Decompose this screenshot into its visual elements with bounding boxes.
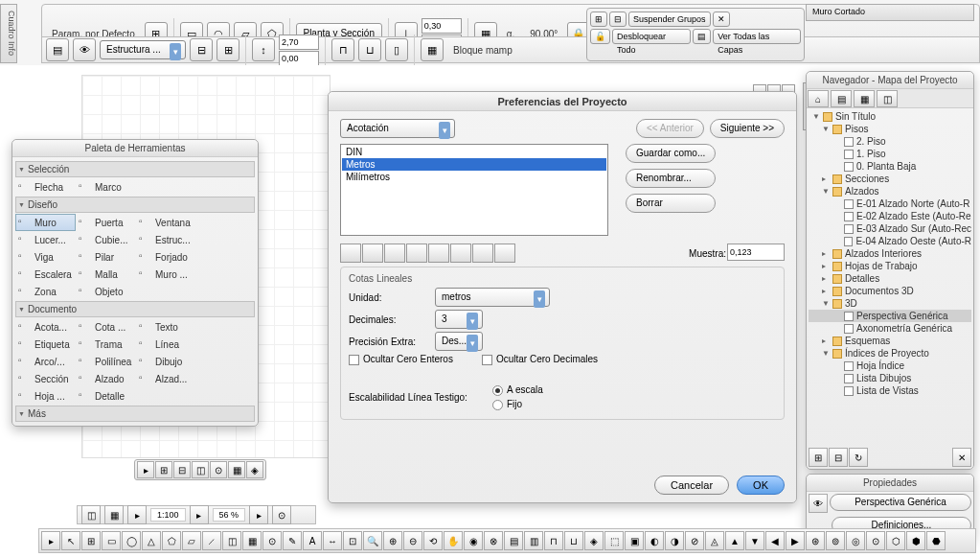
tool-puerta[interactable]: ▫Puerta — [76, 214, 136, 231]
toolbar-icon[interactable]: ↖ — [61, 531, 80, 550]
tree-item[interactable]: E-03 Alzado Sur (Auto-Rec — [809, 222, 971, 235]
icon-1[interactable]: ⊟ — [190, 38, 213, 61]
toolbar-icon[interactable]: ⬣ — [926, 531, 946, 550]
tool-ventana[interactable]: ▫Ventana — [136, 214, 196, 231]
ft-icon[interactable]: ⊟ — [173, 461, 191, 478]
tree-item[interactable]: ▸Secciones — [809, 173, 971, 185]
ft-icon[interactable]: ◫ — [192, 461, 209, 478]
tool-secci-n[interactable]: ▫Sección — [15, 370, 76, 387]
toolbar-icon[interactable]: ◎ — [846, 531, 865, 550]
toolbar-icon[interactable]: ⟲ — [423, 531, 443, 550]
perspective-button[interactable]: Perspectiva Genérica — [830, 494, 971, 511]
nav-tab-1[interactable]: ⌂ — [808, 90, 829, 107]
toolbar-icon[interactable]: ▲ — [725, 531, 744, 550]
tree-item[interactable]: 0. Planta Baja — [809, 160, 971, 173]
toolbar-icon[interactable]: ⊞ — [81, 531, 101, 550]
section-diseno[interactable]: Diseño — [15, 197, 255, 213]
tree-item[interactable]: ▼Pisos — [809, 123, 971, 135]
tool-alzad-[interactable]: ▫Alzad... — [136, 370, 196, 387]
section-mas[interactable]: Más — [15, 406, 255, 422]
ok-button[interactable]: OK — [737, 476, 785, 495]
tool-etiqueta[interactable]: ▫Etiqueta — [15, 336, 76, 353]
tree-item[interactable]: Perspectiva Genérica — [809, 310, 971, 322]
nav-action-icon[interactable]: ↻ — [849, 448, 868, 467]
chevron-icon[interactable]: ▸ — [127, 505, 147, 524]
scale-radio-1[interactable] — [492, 385, 503, 396]
toolbar-icon[interactable]: ⬠ — [162, 531, 181, 550]
toolbar-icon[interactable]: ⊛ — [806, 531, 825, 550]
toolbar-icon[interactable]: △ — [142, 531, 161, 550]
toolbar-icon[interactable]: ▦ — [242, 531, 262, 550]
tool-cota-[interactable]: ▫Cota ... — [76, 318, 136, 336]
toolbar-icon[interactable]: ⊔ — [564, 531, 583, 550]
toggle-btn[interactable] — [406, 244, 427, 263]
toolbar-icon[interactable]: ⊘ — [685, 531, 704, 550]
tree-item[interactable]: ▸Documentos 3D — [809, 285, 971, 297]
ft-icon[interactable]: ◈ — [246, 461, 263, 478]
toolbar-icon[interactable]: ▭ — [102, 531, 121, 550]
tool-pilar[interactable]: ▫Pilar — [76, 248, 136, 266]
profile2-icon[interactable]: ⊔ — [358, 38, 381, 61]
toggle-btn[interactable] — [428, 244, 449, 263]
tool-hoja-[interactable]: ▫Hoja ... — [15, 387, 76, 405]
toggle-btn[interactable] — [450, 244, 471, 263]
x-icon[interactable]: ✕ — [713, 12, 730, 27]
toggle-btn[interactable] — [362, 244, 383, 263]
nav-action-icon[interactable]: ⊞ — [809, 448, 828, 467]
toolbar-icon[interactable]: ✋ — [444, 531, 463, 550]
profile3-icon[interactable]: ▯ — [385, 38, 408, 61]
props-icon[interactable]: 👁 — [809, 494, 828, 513]
toolbar-icon[interactable]: ▣ — [625, 531, 644, 550]
toolbar-icon[interactable]: 🔍 — [363, 531, 382, 550]
section-seleccion[interactable]: Selección — [15, 161, 255, 177]
toolbar-icon[interactable]: ◫ — [222, 531, 241, 550]
view-all-layers-button[interactable]: Ver Todas las Capas — [713, 29, 801, 44]
toolbar-icon[interactable]: ▤ — [504, 531, 523, 550]
nav-tab-3[interactable]: ▦ — [854, 90, 875, 107]
estructura-combo[interactable]: Estructura ... — [100, 40, 186, 59]
toolbar-icon[interactable]: ⊓ — [544, 531, 563, 550]
tree-item[interactable]: ▼3D — [809, 297, 971, 310]
ft-icon[interactable]: ⊞ — [155, 461, 172, 478]
tree-item[interactable]: E-01 Alzado Norte (Auto-R — [809, 197, 971, 210]
eye-icon[interactable]: 👁 — [73, 38, 96, 61]
tool-flecha[interactable]: ▫Flecha — [15, 178, 76, 196]
tree-root[interactable]: Sin Título — [835, 111, 876, 122]
hide-dec-checkbox[interactable] — [482, 355, 492, 365]
toolbar-icon[interactable]: ▸ — [41, 531, 60, 550]
toolbar-icon[interactable]: A — [303, 531, 322, 550]
tree-item[interactable]: ▼Índices de Proyecto — [809, 347, 971, 360]
suspend-groups-button[interactable]: Suspender Grupos — [628, 12, 711, 27]
tool-escalera[interactable]: ▫Escalera — [15, 266, 76, 283]
profile-icon[interactable]: ⊓ — [331, 38, 354, 61]
toolbar-icon[interactable]: ⊙ — [262, 531, 282, 550]
toolbar-icon[interactable]: ◑ — [665, 531, 684, 550]
nav-tab-2[interactable]: ▤ — [831, 90, 852, 107]
tree-item[interactable]: 2. Piso — [809, 135, 971, 148]
preset-listbox[interactable]: DINMetrosMilímetros — [340, 144, 608, 236]
h2-input[interactable] — [279, 51, 319, 66]
toolbar-icon[interactable]: ▱ — [182, 531, 201, 550]
tool-texto[interactable]: ▫Texto — [136, 318, 196, 336]
prev-button[interactable]: << Anterior — [636, 119, 704, 138]
tool-detalle[interactable]: ▫Detalle — [76, 387, 136, 405]
tool-lucer-[interactable]: ▫Lucer... — [15, 231, 76, 248]
decimals-combo[interactable]: 3 — [435, 310, 483, 329]
nav-close-icon[interactable]: ✕ — [952, 448, 971, 467]
toggle-btn[interactable] — [384, 244, 405, 263]
h-icon[interactable]: ⊞ — [590, 12, 607, 27]
chevron-icon[interactable]: ▸ — [249, 505, 268, 524]
float-toolbar-1[interactable]: ▸⊞⊟◫⊙▦◈ — [134, 459, 266, 480]
scale-field[interactable]: 1:100 — [150, 508, 186, 522]
tool-arco-[interactable]: ▫Arco/... — [15, 353, 76, 370]
chevron-icon[interactable]: ▸ — [190, 505, 209, 524]
height-icon[interactable]: ↕ — [252, 38, 275, 61]
toolbar-icon[interactable]: ◬ — [705, 531, 724, 550]
rename-button[interactable]: Renombrar... — [626, 169, 716, 188]
tool-dibujo[interactable]: ▫Dibujo — [136, 353, 196, 370]
toolbar-icon[interactable]: ⊙ — [866, 531, 885, 550]
list-item-din[interactable]: DIN — [342, 146, 606, 158]
tree-item[interactable]: E-04 Alzado Oeste (Auto-R — [809, 235, 971, 247]
next-button[interactable]: Siguiente >> — [710, 119, 785, 138]
tree-item[interactable]: ▸Detalles — [809, 272, 971, 285]
